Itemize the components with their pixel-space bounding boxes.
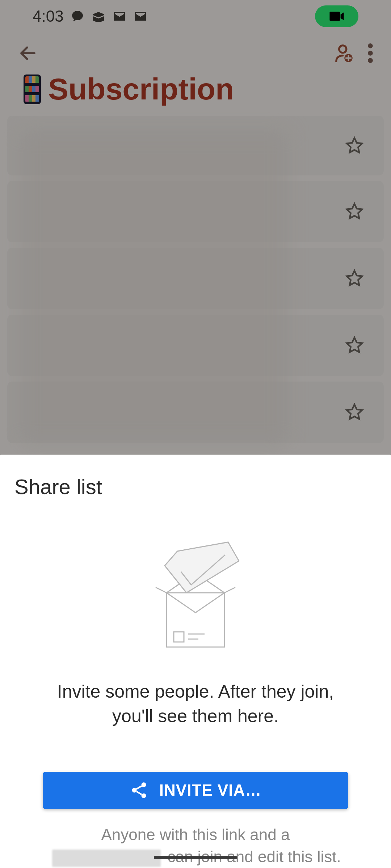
svg-point-14 <box>132 788 136 793</box>
share-list-sheet: Share list Invite some people. After the… <box>0 455 391 868</box>
footer-text-before: Anyone with this link and a <box>101 826 290 843</box>
envelope-check-icon <box>138 531 253 651</box>
share-icon <box>130 781 148 800</box>
svg-rect-10 <box>174 632 184 642</box>
svg-line-17 <box>136 792 142 795</box>
svg-point-13 <box>141 783 146 787</box>
envelope-illustration <box>14 531 377 651</box>
svg-line-9 <box>224 587 235 593</box>
sheet-footer: Anyone with this link and a can join and… <box>14 824 377 868</box>
sheet-title: Share list <box>14 475 377 499</box>
sheet-subtitle: Invite some people. After they join, you… <box>14 680 377 728</box>
redacted-text <box>52 850 161 867</box>
svg-line-8 <box>156 587 167 593</box>
invite-label: INVITE VIA… <box>159 781 261 799</box>
svg-line-16 <box>136 786 142 789</box>
nav-handle[interactable] <box>154 856 237 859</box>
svg-point-15 <box>141 793 146 798</box>
invite-via-button[interactable]: INVITE VIA… <box>43 772 348 809</box>
